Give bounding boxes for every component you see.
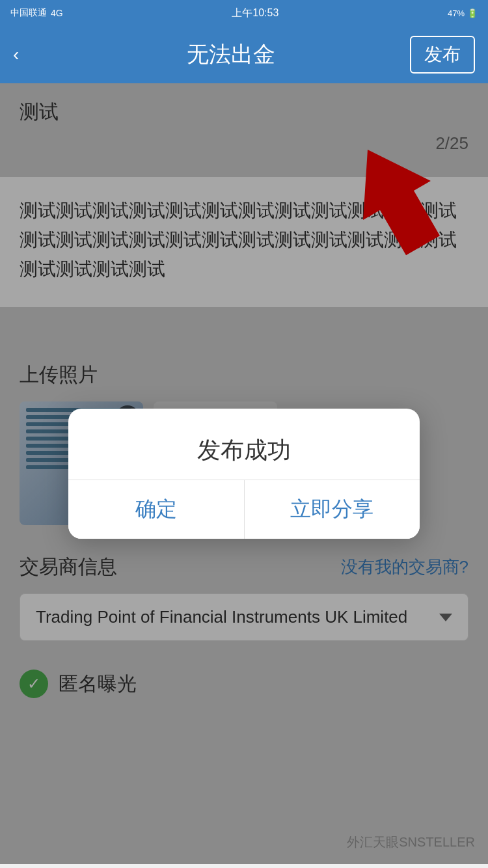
modal-title: 发布成功 xyxy=(88,435,400,467)
nav-bar: ‹ 无法出金 发布 xyxy=(0,26,488,83)
modal-title-area: 发布成功 xyxy=(68,409,420,480)
status-left: 中国联通 4G xyxy=(10,7,63,19)
battery-icon: 🔋 xyxy=(467,8,478,18)
main-content: 测试 2/25 测试测试测试测试测试测试测试测试测试测试测试测试测试测试测试测试… xyxy=(0,83,488,864)
battery-label: 47% xyxy=(448,8,465,18)
carrier-label: 中国联通 xyxy=(10,7,47,19)
status-bar: 中国联通 4G 上午10:53 47% 🔋 xyxy=(0,0,488,26)
modal-buttons: 确定 立即分享 xyxy=(68,480,420,539)
success-dialog: 发布成功 确定 立即分享 xyxy=(68,409,420,539)
status-right: 47% 🔋 xyxy=(448,8,478,18)
page-title: 无法出金 xyxy=(52,40,410,70)
network-label: 4G xyxy=(51,8,63,18)
status-time: 上午10:53 xyxy=(232,7,278,20)
publish-button[interactable]: 发布 xyxy=(410,36,475,74)
share-button[interactable]: 立即分享 xyxy=(245,480,420,539)
modal-overlay: 发布成功 确定 立即分享 xyxy=(0,83,488,864)
confirm-button[interactable]: 确定 xyxy=(68,480,244,539)
back-button[interactable]: ‹ xyxy=(13,44,52,65)
